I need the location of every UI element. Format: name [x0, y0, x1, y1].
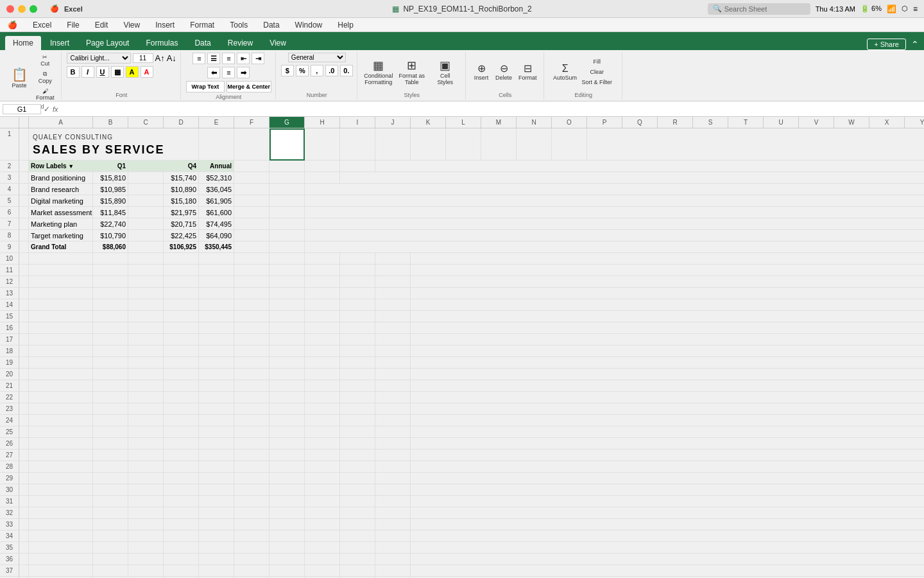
row6-f[interactable] [234, 207, 270, 218]
row24-col6[interactable] [270, 415, 305, 426]
col-header-A[interactable]: A [29, 117, 93, 128]
row11-col7[interactable] [305, 265, 340, 276]
ribbon-collapse-icon[interactable]: ⌃ [911, 39, 919, 49]
row1-l[interactable] [446, 128, 481, 161]
col-header-I[interactable]: I [340, 117, 375, 128]
row34-col2[interactable] [128, 530, 164, 541]
row26-col5[interactable] [234, 438, 270, 449]
col-header-T[interactable]: T [728, 117, 764, 128]
col-header-E[interactable]: E [199, 117, 234, 128]
font-color-button[interactable]: A [141, 66, 153, 78]
row19-col6[interactable] [270, 357, 305, 368]
row33-col7[interactable] [305, 519, 340, 530]
row26-col3[interactable] [164, 438, 199, 449]
row25-col4[interactable] [199, 426, 234, 437]
decrease-font-icon[interactable]: A↓ [167, 53, 176, 63]
col-header-Y[interactable]: Y [905, 117, 924, 128]
header-annual[interactable]: Annual [199, 161, 234, 171]
row18-col7[interactable] [305, 346, 340, 356]
row1-n[interactable] [517, 128, 552, 161]
align-left-button[interactable]: ⬅ [207, 67, 220, 78]
increase-decimal-button[interactable]: .0 [325, 65, 338, 76]
row18-col0[interactable] [29, 346, 93, 356]
row29-col0[interactable] [29, 473, 93, 484]
row23-col4[interactable] [199, 403, 234, 414]
row13-col3[interactable] [164, 288, 199, 299]
row16-col0[interactable] [29, 322, 93, 333]
menu-tools[interactable]: Tools [227, 19, 250, 31]
row32-col6[interactable] [270, 507, 305, 518]
row4-q2[interactable] [128, 184, 164, 195]
row12-col9[interactable] [375, 276, 411, 287]
row35-col3[interactable] [164, 542, 199, 553]
row20-col5[interactable] [234, 369, 270, 380]
row28-col0[interactable] [29, 461, 93, 472]
row10-col8[interactable] [340, 253, 375, 264]
row23-col6[interactable] [270, 403, 305, 414]
row34-col9[interactable] [375, 530, 411, 541]
row15-col4[interactable] [199, 311, 234, 322]
row15-col9[interactable] [375, 311, 411, 322]
menu-help[interactable]: Help [335, 19, 356, 31]
row5-q1[interactable]: $15,890 [93, 195, 128, 206]
row3-q1[interactable]: $15,810 [93, 172, 128, 183]
percent-button[interactable]: % [296, 65, 309, 76]
menu-edit[interactable]: Edit [92, 19, 111, 31]
row19-col1[interactable] [93, 357, 128, 368]
row24-col5[interactable] [234, 415, 270, 426]
row15-col2[interactable] [128, 311, 164, 322]
col-header-W[interactable]: W [834, 117, 869, 128]
row3-q2[interactable] [128, 172, 164, 183]
row19-col5[interactable] [234, 357, 270, 368]
row26-col7[interactable] [305, 438, 340, 449]
row32-col5[interactable] [234, 507, 270, 518]
row6-q2[interactable] [128, 207, 164, 218]
row12-col6[interactable] [270, 276, 305, 287]
row30-col8[interactable] [340, 484, 375, 495]
row6-q1[interactable]: $11,845 [93, 207, 128, 218]
row12-col5[interactable] [234, 276, 270, 287]
row31-col6[interactable] [270, 496, 305, 507]
row18-col1[interactable] [93, 346, 128, 356]
col-header-R[interactable]: R [658, 117, 693, 128]
row13-col9[interactable] [375, 288, 411, 299]
row29-col2[interactable] [128, 473, 164, 484]
col-header-H[interactable]: H [305, 117, 340, 128]
row23-col9[interactable] [375, 403, 411, 414]
row28-col2[interactable] [128, 461, 164, 472]
row34-col1[interactable] [93, 530, 128, 541]
row4-annual[interactable]: $36,045 [199, 184, 234, 195]
row14-col9[interactable] [375, 299, 411, 310]
row16-col2[interactable] [128, 322, 164, 333]
row20-col0[interactable] [29, 369, 93, 380]
row15-col3[interactable] [164, 311, 199, 322]
row14-col4[interactable] [199, 299, 234, 310]
col-header-L[interactable]: L [446, 117, 481, 128]
row15-col8[interactable] [340, 311, 375, 322]
row32-col2[interactable] [128, 507, 164, 518]
row32-col1[interactable] [93, 507, 128, 518]
row13-col8[interactable] [340, 288, 375, 299]
conditional-formatting-button[interactable]: ▦ Conditional Formatting [363, 57, 395, 87]
row9-annual[interactable]: $350,445 [199, 241, 234, 252]
row26-col6[interactable] [270, 438, 305, 449]
row22-col8[interactable] [340, 392, 375, 403]
row16-col6[interactable] [270, 322, 305, 333]
row14-col3[interactable] [164, 299, 199, 310]
row8-q1[interactable]: $10,790 [93, 230, 128, 241]
row32-col4[interactable] [199, 507, 234, 518]
row29-col7[interactable] [305, 473, 340, 484]
row21-col4[interactable] [199, 380, 234, 391]
row11-col6[interactable] [270, 265, 305, 276]
row23-col3[interactable] [164, 403, 199, 414]
row32-col3[interactable] [164, 507, 199, 518]
row34-col7[interactable] [305, 530, 340, 541]
row1-e[interactable] [199, 128, 234, 161]
row37-col1[interactable] [93, 565, 128, 576]
copy-button[interactable]: ⧉ Copy [33, 69, 57, 85]
row19-col0[interactable] [29, 357, 93, 368]
row2-f[interactable] [234, 161, 270, 171]
row7-label[interactable]: Marketing plan [29, 218, 93, 229]
row26-col9[interactable] [375, 438, 411, 449]
insert-cells-button[interactable]: ⊕ Insert [471, 61, 492, 82]
